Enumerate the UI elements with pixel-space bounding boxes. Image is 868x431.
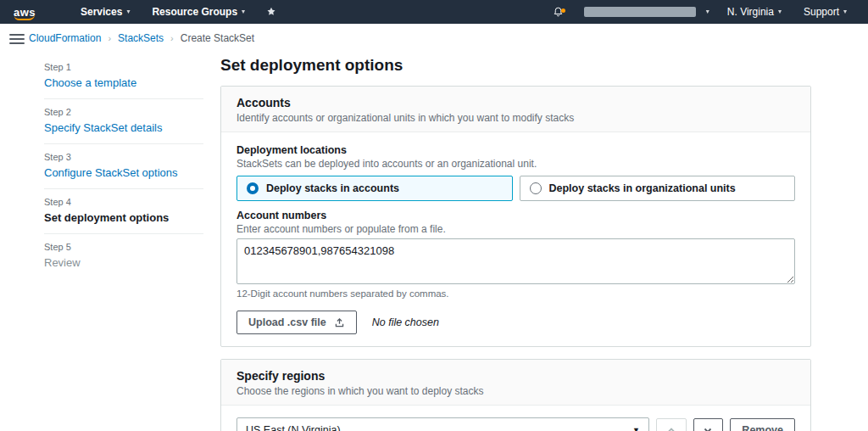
move-region-down-button[interactable] xyxy=(693,418,724,431)
chevron-up-icon xyxy=(666,425,676,431)
remove-region-button[interactable]: Remove xyxy=(730,418,795,431)
breadcrumb-stacksets[interactable]: StackSets xyxy=(118,32,164,44)
step-number: Step 1 xyxy=(44,62,203,72)
radio-checked-icon[interactable] xyxy=(247,182,259,194)
chevron-down-icon: ▾ xyxy=(778,8,782,15)
support-menu[interactable]: Support ▾ xyxy=(793,0,858,24)
step-5-review: Step 5 Review xyxy=(44,234,203,278)
radio-tile-deploy-in-accounts[interactable]: Deploy stacks in accounts xyxy=(236,176,513,201)
chevron-down-icon: ▾ xyxy=(843,8,847,15)
region-select[interactable]: US East (N.Virginia) ▼ xyxy=(236,417,649,431)
account-menu[interactable]: ▾ xyxy=(572,0,716,24)
accounts-card: Accounts Identify accounts or organizati… xyxy=(220,86,811,347)
page-content: CloudFormation › StackSets › Create Stac… xyxy=(0,24,868,431)
account-numbers-hint: 12-Digit account numbers separated by co… xyxy=(236,288,795,299)
hamburger-menu-icon[interactable] xyxy=(9,31,25,47)
region-menu[interactable]: N. Virginia ▾ xyxy=(716,0,793,24)
services-menu-label: Services xyxy=(81,6,122,18)
aws-smile-icon xyxy=(14,14,35,20)
account-numbers-field: Account numbers Enter account numbers or… xyxy=(236,210,795,299)
upload-icon xyxy=(334,317,345,328)
account-numbers-label: Account numbers xyxy=(236,210,795,221)
radio-tile-deploy-in-org-units[interactable]: Deploy stacks in organizational units xyxy=(520,176,796,201)
step-2-specify-details[interactable]: Step 2 Specify StackSet details xyxy=(44,99,203,144)
deployment-locations-description: StackSets can be deployed into accounts … xyxy=(236,158,795,170)
specify-regions-card-subtitle: Choose the regions in which you want to … xyxy=(236,385,795,397)
chevron-down-icon xyxy=(703,425,713,431)
accounts-card-body: Deployment locations StackSets can be de… xyxy=(221,132,810,346)
remove-region-button-label: Remove xyxy=(742,424,783,431)
aws-logo[interactable]: aws xyxy=(14,6,44,19)
pin-icon[interactable] xyxy=(256,7,287,17)
services-menu[interactable]: Services ▾ xyxy=(70,0,141,24)
region-menu-label: N. Virginia xyxy=(727,6,774,18)
support-menu-label: Support xyxy=(804,6,839,18)
step-4-deployment-options: Step 4 Set deployment options xyxy=(44,189,203,234)
upload-csv-button[interactable]: Upload .csv file xyxy=(236,311,357,334)
accounts-card-header: Accounts Identify accounts or organizati… xyxy=(221,87,810,132)
radio-tile-label: Deploy stacks in accounts xyxy=(266,182,399,194)
notification-dot xyxy=(561,8,565,13)
step-label[interactable]: Specify StackSet details xyxy=(44,121,203,134)
specify-regions-card: Specify regions Choose the regions in wh… xyxy=(220,359,811,431)
no-file-chosen-text: No file chosen xyxy=(372,316,439,328)
step-label[interactable]: Choose a template xyxy=(44,76,203,89)
breadcrumb: CloudFormation › StackSets › Create Stac… xyxy=(29,32,868,44)
resource-groups-menu[interactable]: Resource Groups ▾ xyxy=(141,0,256,24)
specify-regions-card-title: Specify regions xyxy=(236,369,795,383)
account-numbers-description: Enter account numbers or populate from a… xyxy=(236,223,795,235)
step-number: Step 3 xyxy=(44,152,203,162)
step-number: Step 5 xyxy=(44,242,203,252)
breadcrumb-separator-icon: › xyxy=(170,33,174,43)
breadcrumb-cloudformation[interactable]: CloudFormation xyxy=(29,32,101,44)
navbar-right-group: ▾ N. Virginia ▾ Support ▾ xyxy=(544,0,858,24)
deployment-locations-label: Deployment locations xyxy=(236,144,795,156)
chevron-down-icon: ▾ xyxy=(706,8,709,15)
main-panel: Set deployment options Accounts Identify… xyxy=(220,54,811,431)
step-label[interactable]: Configure StackSet options xyxy=(44,166,203,179)
specify-regions-card-header: Specify regions Choose the regions in wh… xyxy=(221,360,810,406)
step-label: Set deployment options xyxy=(44,211,203,224)
select-caret-icon: ▼ xyxy=(632,426,640,431)
radio-tile-label: Deploy stacks in organizational units xyxy=(549,182,736,194)
region-row: US East (N.Virginia) ▼ xyxy=(236,417,795,431)
resource-groups-menu-label: Resource Groups xyxy=(152,6,237,18)
region-select-value: US East (N.Virginia) xyxy=(246,424,341,431)
step-3-configure-options[interactable]: Step 3 Configure StackSet options xyxy=(44,144,203,189)
breadcrumb-separator-icon: › xyxy=(108,33,111,43)
step-number: Step 4 xyxy=(44,197,203,207)
step-label: Review xyxy=(44,256,203,269)
wizard-steps-sidebar: Step 1 Choose a template Step 2 Specify … xyxy=(44,54,203,431)
move-region-up-button[interactable] xyxy=(656,418,687,431)
upload-row: Upload .csv file No file chosen xyxy=(236,311,795,334)
step-number: Step 2 xyxy=(44,107,203,117)
chevron-down-icon: ▾ xyxy=(242,8,245,15)
chevron-down-icon: ▾ xyxy=(126,8,130,15)
radio-unchecked-icon[interactable] xyxy=(530,182,542,194)
account-name-redacted xyxy=(584,7,696,17)
breadcrumb-create-stackset: Create StackSet xyxy=(181,32,254,44)
accounts-card-title: Accounts xyxy=(236,96,795,109)
step-1-choose-template[interactable]: Step 1 Choose a template xyxy=(44,54,203,99)
account-numbers-input[interactable]: 012345678901,987654321098 xyxy=(236,238,795,284)
deployment-location-options: Deploy stacks in accounts Deploy stacks … xyxy=(236,176,795,201)
top-navbar: aws Services ▾ Resource Groups ▾ ▾ N. Vi… xyxy=(0,0,868,24)
accounts-card-subtitle: Identify accounts or organizational unit… xyxy=(236,112,795,124)
upload-csv-button-label: Upload .csv file xyxy=(248,316,326,328)
specify-regions-card-body: US East (N.Virginia) ▼ xyxy=(221,406,810,431)
page-title: Set deployment options xyxy=(220,56,811,75)
notifications-bell-icon[interactable] xyxy=(544,6,572,18)
